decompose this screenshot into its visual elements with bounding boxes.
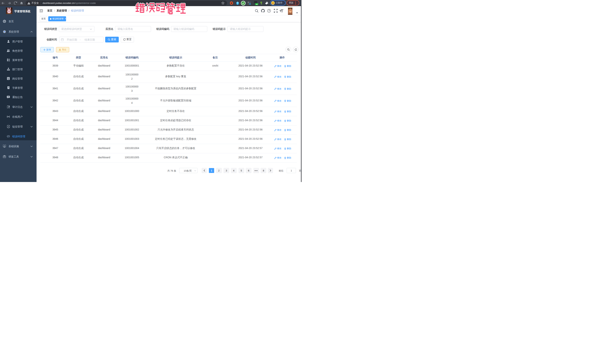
svg-text:on: on bbox=[256, 3, 257, 5]
